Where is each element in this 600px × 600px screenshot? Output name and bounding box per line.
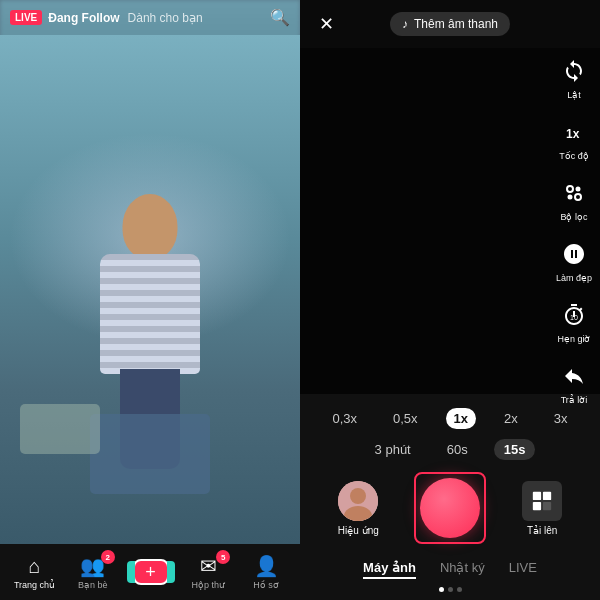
nav-home[interactable]: ⌂ Trang chủ [14, 555, 55, 590]
tool-timer[interactable]: 10 Hẹn giờ [557, 299, 590, 344]
reply-label: Trả lời [561, 395, 588, 405]
capture-button-wrap[interactable] [414, 472, 486, 544]
close-button[interactable]: ✕ [312, 10, 340, 38]
tool-filter[interactable]: Bộ lọc [558, 177, 590, 222]
inbox-label: Hộp thư [192, 580, 226, 590]
svg-rect-11 [533, 501, 541, 509]
right-sidebar-tools: Lật 1x Tốc độ Bộ lọc [556, 55, 592, 405]
tab-live[interactable]: LIVE [509, 558, 537, 579]
filter-label: Bộ lọc [560, 212, 587, 222]
capture-row: Hiệu ứng Tải lên [300, 464, 600, 552]
timer-icon: 10 [558, 299, 590, 331]
video-area [0, 35, 300, 544]
speed-2x[interactable]: 2x [496, 408, 526, 429]
top-tabs: Đang Follow Dành cho bạn [48, 11, 264, 25]
tool-speed[interactable]: 1x Tốc độ [558, 116, 590, 161]
svg-text:1x: 1x [566, 127, 580, 141]
capture-button[interactable] [420, 478, 480, 538]
svg-point-4 [576, 188, 579, 191]
upload-label: Tải lên [527, 525, 557, 536]
tab-camera[interactable]: Máy ảnh [363, 558, 416, 579]
table [20, 404, 100, 454]
reply-icon [558, 360, 590, 392]
search-icon[interactable]: 🔍 [270, 8, 290, 27]
close-icon: ✕ [319, 13, 334, 35]
nav-add[interactable]: + [131, 559, 171, 585]
home-icon: ⌂ [28, 555, 40, 578]
effect-button[interactable]: Hiệu ứng [338, 481, 379, 536]
inbox-icon: ✉ [200, 554, 217, 578]
add-button[interactable]: + [133, 559, 169, 585]
tool-flip[interactable]: Lật [558, 55, 590, 100]
person-shirt [100, 254, 200, 374]
svg-point-7 [350, 488, 366, 504]
speed-03x[interactable]: 0,3x [324, 408, 365, 429]
add-music-button[interactable]: ♪ Thêm âm thanh [390, 12, 510, 36]
bottom-controls: 0,3x 0,5x 1x 2x 3x 3 phút 60s 15s [300, 394, 600, 600]
speed-3x[interactable]: 3x [546, 408, 576, 429]
live-badge: LIVE [10, 10, 42, 25]
friends-badge: 2 [101, 550, 115, 564]
tool-reply[interactable]: Trả lời [558, 360, 590, 405]
tool-beauty[interactable]: Làm đẹp [556, 238, 592, 283]
svg-point-3 [568, 196, 571, 199]
effect-label: Hiệu ứng [338, 525, 379, 536]
left-panel: LIVE Đang Follow Dành cho bạn 🔍 ⌂ Tran [0, 0, 300, 600]
nav-profile[interactable]: 👤 Hồ sơ [246, 554, 286, 590]
profile-label: Hồ sơ [253, 580, 279, 590]
speed-row: 0,3x 0,5x 1x 2x 3x [300, 402, 600, 435]
add-icon: + [145, 562, 156, 583]
chair [90, 414, 210, 494]
upload-button[interactable]: Tải lên [522, 481, 562, 536]
timer-3min[interactable]: 3 phút [365, 439, 421, 460]
dot-2 [448, 587, 453, 592]
speed-icon: 1x [558, 116, 590, 148]
friends-label: Bạn bè [78, 580, 108, 590]
beauty-label: Làm đẹp [556, 273, 592, 283]
effect-thumbnail [338, 481, 378, 521]
speed-1x[interactable]: 1x [446, 408, 476, 429]
svg-rect-9 [533, 491, 541, 499]
top-bar-right: ✕ ♪ Thêm âm thanh [300, 0, 600, 48]
person-head [123, 194, 178, 259]
timer-15s[interactable]: 15s [494, 439, 536, 460]
speed-label: Tốc độ [559, 151, 589, 161]
music-icon: ♪ [402, 17, 408, 31]
inbox-badge: 5 [216, 550, 230, 564]
svg-point-1 [567, 186, 573, 192]
filter-icon [558, 177, 590, 209]
bottom-nav: ⌂ Trang chủ 👥 2 Bạn bè + ✉ 5 Hộp thư 👤 [0, 544, 300, 600]
tab-diary[interactable]: Nhật ký [440, 558, 485, 579]
svg-rect-10 [543, 491, 551, 499]
svg-point-2 [575, 194, 581, 200]
speed-05x[interactable]: 0,5x [385, 408, 426, 429]
timer-row: 3 phút 60s 15s [300, 435, 600, 464]
left-content: LIVE Đang Follow Dành cho bạn 🔍 ⌂ Tran [0, 0, 300, 600]
nav-inbox[interactable]: ✉ 5 Hộp thư [188, 554, 228, 590]
dot-1 [439, 587, 444, 592]
timer-60s[interactable]: 60s [437, 439, 478, 460]
nav-friends[interactable]: 👥 2 Bạn bè [73, 554, 113, 590]
right-panel: ✕ ♪ Thêm âm thanh Lật 1x Tốc độ [300, 0, 600, 600]
upload-icon [522, 481, 562, 521]
tab-for-you[interactable]: Dành cho bạn [128, 11, 203, 25]
music-label: Thêm âm thanh [414, 17, 498, 31]
svg-rect-12 [543, 501, 551, 509]
profile-icon: 👤 [254, 554, 279, 578]
bottom-tabs: Máy ảnh Nhật ký LIVE [300, 552, 600, 587]
tab-follow[interactable]: Đang Follow [48, 11, 119, 25]
flip-icon [558, 55, 590, 87]
dot-indicator [300, 587, 600, 596]
home-label: Trang chủ [14, 580, 55, 590]
svg-text:10: 10 [570, 314, 578, 321]
flip-label: Lật [567, 90, 581, 100]
beauty-icon [558, 238, 590, 270]
top-bar-left: LIVE Đang Follow Dành cho bạn 🔍 [0, 0, 300, 35]
dot-3 [457, 587, 462, 592]
timer-label: Hẹn giờ [557, 334, 590, 344]
